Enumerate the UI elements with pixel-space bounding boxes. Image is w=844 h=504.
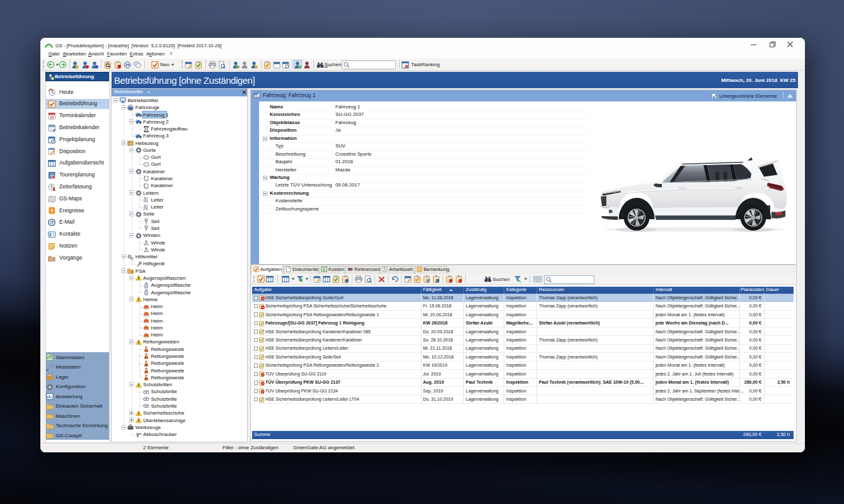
svg-text:@: @ bbox=[49, 220, 54, 224]
svg-text:23: 23 bbox=[50, 115, 54, 119]
svg-text:24: 24 bbox=[125, 63, 130, 67]
